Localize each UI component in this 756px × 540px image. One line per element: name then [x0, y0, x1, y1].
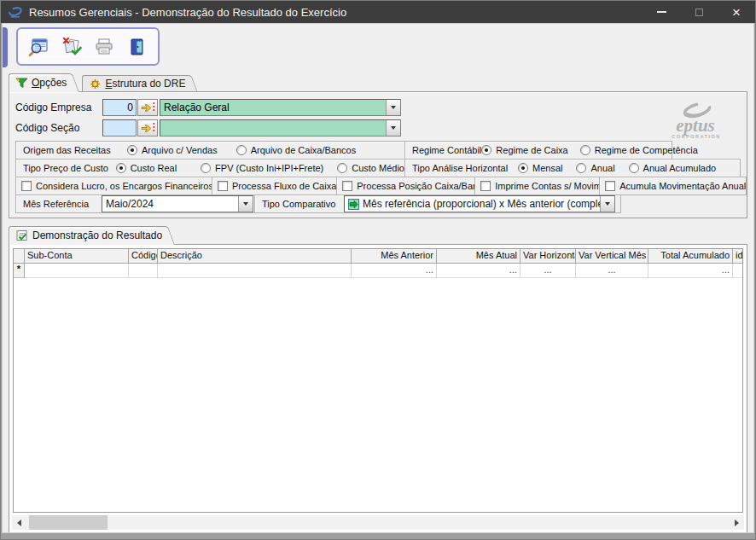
radio-regime-caixa-label[interactable]: Regime de Caixa — [496, 145, 567, 155]
radio-mensal[interactable] — [518, 163, 528, 173]
grid-column-header[interactable]: Código — [129, 249, 158, 264]
horizontal-scrollbar[interactable] — [12, 515, 744, 530]
scroll-right-button[interactable] — [730, 515, 744, 530]
chevron-down-icon — [243, 202, 248, 206]
radio-anual-label[interactable]: Anual — [590, 163, 614, 173]
radio-custo-medio-label[interactable]: Custo Médio — [352, 163, 404, 173]
checkbox-processa-fluxo[interactable] — [218, 181, 228, 191]
structure-gear-icon — [89, 78, 102, 90]
tab-resultado-label: Demonstração do Resultado — [32, 229, 162, 241]
result-panel: Sub-ContaCódigoDescriçãoMês AnteriorMês … — [9, 244, 747, 533]
scrollbar-track[interactable] — [26, 515, 730, 530]
scroll-right-icon — [735, 520, 739, 526]
grid-cell[interactable] — [733, 264, 743, 278]
company-description-combo[interactable]: Relação Geral — [160, 99, 401, 116]
svg-text:CORPORATION: CORPORATION — [672, 134, 720, 139]
lookup-hand-icon — [141, 122, 155, 133]
checkbox-processa-posicao-label[interactable]: Processa Posição Caixa/Bancos — [357, 181, 492, 191]
checkbox-considera-lucro[interactable] — [21, 181, 32, 191]
section-code-input[interactable] — [102, 119, 137, 136]
mes-referencia-combo[interactable]: Maio/2024 — [102, 195, 253, 212]
checkbox-acumula-movimentacao-label[interactable]: Acumula Movimentação Anual — [619, 181, 746, 191]
print-button[interactable] — [90, 32, 118, 61]
grid-column-header[interactable]: Mês Atual — [437, 249, 520, 264]
grid-column-header[interactable]: ido — [733, 249, 743, 264]
maximize-button — [680, 1, 718, 23]
maximize-icon — [695, 9, 703, 16]
tab-demonstracao-resultado[interactable]: Demonstração do Resultado — [9, 226, 166, 245]
mes-referencia-value: Maio/2024 — [102, 196, 238, 212]
radio-fpv[interactable] — [201, 163, 211, 173]
checkbox-acumula-movimentacao[interactable] — [605, 181, 615, 191]
toolbar — [16, 27, 160, 66]
checkbox-panel: Processa Posição Caixa/Bancos — [336, 177, 475, 195]
radio-anual-acumulado[interactable] — [629, 163, 639, 173]
radio-arquivo-vendas[interactable] — [127, 145, 137, 155]
grid-cell[interactable]: ... — [520, 264, 576, 278]
grid-column-header[interactable]: Var Vertical Mês — [576, 249, 648, 264]
app-window: Resumos Gerenciais - Demonstração do Res… — [0, 0, 756, 540]
minimize-button[interactable] — [643, 1, 680, 23]
grid-column-header[interactable]: Sub-Conta — [25, 249, 129, 264]
scrollbar-thumb[interactable] — [29, 515, 108, 530]
tab-estrutura-dre[interactable]: Estrutura do DRE — [82, 75, 189, 91]
close-button[interactable]: × — [718, 1, 755, 23]
section-description-combo[interactable] — [160, 119, 401, 136]
exit-button[interactable] — [124, 32, 151, 61]
grid-cell[interactable] — [25, 264, 129, 278]
section-combo-arrow[interactable] — [386, 120, 400, 136]
radio-fpv-label[interactable]: FPV (Custo Ini+IPI+Frete) — [215, 163, 323, 173]
process-button[interactable] — [58, 32, 85, 61]
swap-arrows-icon — [348, 199, 359, 210]
radio-anual-acumulado-label[interactable]: Anual Acumulado — [643, 163, 717, 173]
regime-label: Regime Contábil — [412, 145, 481, 155]
grid-row[interactable]: *............... — [14, 264, 742, 278]
radio-custo-medio[interactable] — [337, 163, 347, 173]
svg-text:eptus: eptus — [676, 115, 715, 136]
company-description-value: Relação Geral — [160, 100, 386, 115]
section-lookup-button[interactable] — [137, 119, 158, 136]
radio-regime-caixa[interactable] — [481, 145, 491, 155]
radio-anual[interactable] — [576, 163, 586, 173]
tipo-comparativo-arrow[interactable] — [600, 196, 614, 212]
radio-custo-real[interactable] — [116, 163, 126, 173]
radio-arquivo-vendas-label[interactable]: Arquivo c/ Vendas — [142, 145, 218, 155]
radio-regime-competencia-label[interactable]: Regime de Competência — [595, 145, 698, 155]
grid-column-header[interactable]: Descrição — [158, 249, 352, 264]
checkbox-considera-lucro-label[interactable]: Considera Lucro, os Encargos Financeiros — [36, 181, 213, 191]
tipo-comparativo-value-wrap: Mês referência (proporcional) x Mês ante… — [345, 196, 600, 212]
checkbox-processa-posicao[interactable] — [342, 181, 352, 191]
checkbox-panel: Processa Fluxo de Caixa — [212, 177, 337, 195]
title-bar: Resumos Gerenciais - Demonstração do Res… — [1, 1, 755, 23]
preview-button[interactable] — [25, 32, 52, 61]
grid-cell[interactable]: ... — [437, 264, 520, 278]
checkbox-processa-fluxo-label[interactable]: Processa Fluxo de Caixa — [232, 181, 336, 191]
company-lookup-button[interactable] — [137, 99, 158, 116]
grid-cell[interactable] — [158, 264, 352, 278]
options-panel: Código Empresa 0 Relação Geral Código S — [9, 91, 747, 218]
checkbox-imprime-contas[interactable] — [480, 181, 491, 191]
grid-cell[interactable]: ... — [352, 264, 437, 278]
chevron-down-icon — [605, 202, 610, 206]
grid-cell[interactable]: ... — [648, 264, 733, 278]
group-regime-contabil: Regime Contábil Regime de Caixa Regime d… — [404, 141, 672, 160]
scroll-left-button[interactable] — [12, 515, 26, 530]
radio-arquivo-caixa-bancos[interactable] — [236, 145, 247, 155]
company-code-label: Código Empresa — [15, 102, 102, 113]
radio-mensal-label[interactable]: Mensal — [532, 163, 562, 173]
process-confirm-icon — [61, 37, 83, 57]
grid-cell[interactable]: ... — [576, 264, 648, 278]
grid-column-header[interactable]: Var Horizontal — [520, 249, 576, 264]
radio-regime-competencia[interactable] — [580, 145, 590, 155]
company-code-input[interactable]: 0 — [102, 99, 137, 116]
chevron-down-icon — [391, 106, 396, 109]
mes-referencia-arrow[interactable] — [238, 196, 253, 212]
grid-column-header[interactable]: Total Acumulado — [648, 249, 733, 264]
radio-custo-real-label[interactable]: Custo Real — [131, 163, 177, 173]
grid-column-header[interactable]: Mês Anterior — [352, 249, 437, 264]
radio-arquivo-caixa-bancos-label[interactable]: Arquivo de Caixa/Bancos — [251, 145, 357, 155]
grid-cell[interactable] — [129, 264, 158, 278]
company-combo-arrow[interactable] — [386, 100, 400, 115]
tipo-comparativo-combo[interactable]: Mês referência (proporcional) x Mês ante… — [344, 195, 615, 212]
tab-opcoes[interactable]: Opções — [9, 73, 70, 92]
